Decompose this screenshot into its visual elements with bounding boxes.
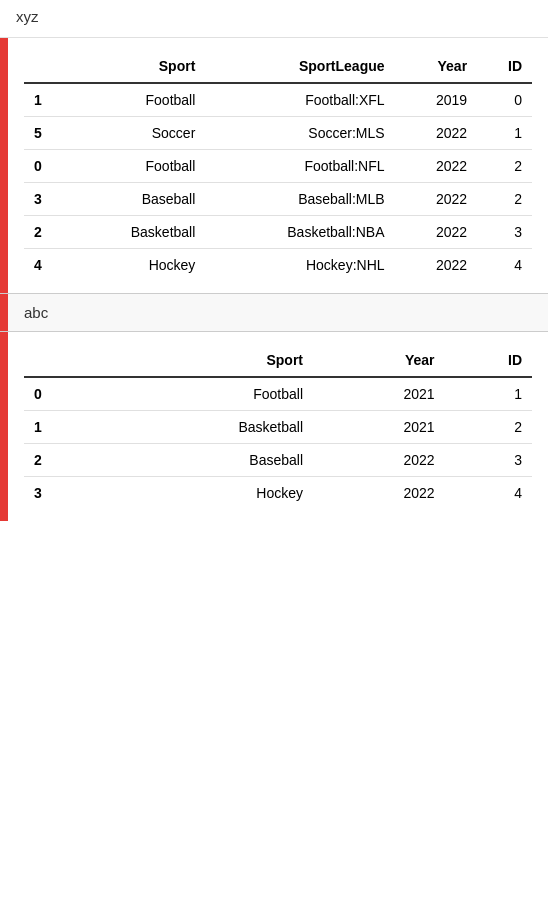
- row-year: 2022: [313, 444, 445, 477]
- row-index: 0: [24, 150, 69, 183]
- table-row: 5 Soccer Soccer:MLS 2022 1: [24, 117, 532, 150]
- table-2-col-index: [24, 348, 95, 377]
- row-sport: Basketball: [95, 411, 313, 444]
- row-id: 1: [445, 377, 532, 411]
- section-1-content: Sport SportLeague Year ID 1 Football Foo…: [8, 38, 548, 293]
- row-index: 4: [24, 249, 69, 282]
- row-sport: Baseball: [95, 444, 313, 477]
- middle-text-section: abc: [0, 293, 548, 332]
- row-id: 4: [445, 477, 532, 510]
- row-sport: Hockey: [95, 477, 313, 510]
- row-index: 0: [24, 377, 95, 411]
- row-index: 5: [24, 117, 69, 150]
- table-1-header-row: Sport SportLeague Year ID: [24, 54, 532, 83]
- table-2-col-year: Year: [313, 348, 445, 377]
- middle-text: abc: [24, 304, 48, 321]
- row-index: 1: [24, 83, 69, 117]
- row-sport: Football: [69, 83, 205, 117]
- row-league: Baseball:MLB: [205, 183, 394, 216]
- top-text-container: xyz: [0, 0, 548, 38]
- row-id: 2: [477, 150, 532, 183]
- table-row: 0 Football Football:NFL 2022 2: [24, 150, 532, 183]
- row-league: Football:XFL: [205, 83, 394, 117]
- row-sport: Soccer: [69, 117, 205, 150]
- section-1: Sport SportLeague Year ID 1 Football Foo…: [0, 38, 548, 293]
- table-row: 2 Baseball 2022 3: [24, 444, 532, 477]
- table-row: 3 Hockey 2022 4: [24, 477, 532, 510]
- section-1-indicator: [0, 38, 8, 293]
- row-sport: Football: [95, 377, 313, 411]
- table-row: 1 Basketball 2021 2: [24, 411, 532, 444]
- table-row: 1 Football Football:XFL 2019 0: [24, 83, 532, 117]
- table-1-col-year: Year: [395, 54, 478, 83]
- row-year: 2022: [395, 183, 478, 216]
- section-2: Sport Year ID 0 Football 2021 1 1 Basket…: [0, 332, 548, 521]
- row-league: Football:NFL: [205, 150, 394, 183]
- row-year: 2021: [313, 411, 445, 444]
- row-id: 2: [477, 183, 532, 216]
- row-sport: Hockey: [69, 249, 205, 282]
- row-index: 2: [24, 216, 69, 249]
- row-index: 1: [24, 411, 95, 444]
- row-year: 2022: [395, 150, 478, 183]
- table-row: 4 Hockey Hockey:NHL 2022 4: [24, 249, 532, 282]
- row-year: 2022: [395, 216, 478, 249]
- table-1-col-sport: Sport: [69, 54, 205, 83]
- row-id: 0: [477, 83, 532, 117]
- row-year: 2021: [313, 377, 445, 411]
- table-1-col-league: SportLeague: [205, 54, 394, 83]
- row-sport: Football: [69, 150, 205, 183]
- table-2-col-id: ID: [445, 348, 532, 377]
- row-year: 2022: [395, 117, 478, 150]
- section-2-content: Sport Year ID 0 Football 2021 1 1 Basket…: [8, 332, 548, 521]
- table-row: 0 Football 2021 1: [24, 377, 532, 411]
- table-2-col-sport: Sport: [95, 348, 313, 377]
- row-id: 4: [477, 249, 532, 282]
- table-1-col-id: ID: [477, 54, 532, 83]
- row-year: 2019: [395, 83, 478, 117]
- row-league: Hockey:NHL: [205, 249, 394, 282]
- row-sport: Baseball: [69, 183, 205, 216]
- row-league: Soccer:MLS: [205, 117, 394, 150]
- row-index: 2: [24, 444, 95, 477]
- row-year: 2022: [313, 477, 445, 510]
- table-1-col-index: [24, 54, 69, 83]
- table-row: 2 Basketball Basketball:NBA 2022 3: [24, 216, 532, 249]
- table-2-header-row: Sport Year ID: [24, 348, 532, 377]
- table-1: Sport SportLeague Year ID 1 Football Foo…: [24, 54, 532, 281]
- top-text: xyz: [16, 8, 39, 25]
- row-league: Basketball:NBA: [205, 216, 394, 249]
- row-sport: Basketball: [69, 216, 205, 249]
- row-index: 3: [24, 183, 69, 216]
- table-2: Sport Year ID 0 Football 2021 1 1 Basket…: [24, 348, 532, 509]
- row-index: 3: [24, 477, 95, 510]
- row-id: 1: [477, 117, 532, 150]
- row-id: 3: [477, 216, 532, 249]
- row-id: 2: [445, 411, 532, 444]
- table-row: 3 Baseball Baseball:MLB 2022 2: [24, 183, 532, 216]
- row-year: 2022: [395, 249, 478, 282]
- section-2-indicator: [0, 332, 8, 521]
- row-id: 3: [445, 444, 532, 477]
- middle-indicator: [0, 294, 8, 331]
